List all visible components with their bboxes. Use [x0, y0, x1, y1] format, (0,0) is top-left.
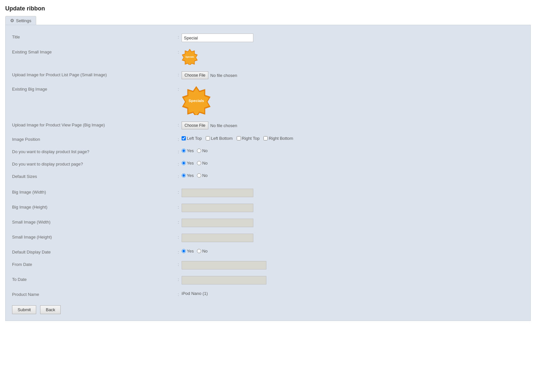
default-sizes-label: Default Sizes [12, 173, 175, 179]
big-image-height-row: Big Image (Height) : [12, 200, 524, 215]
upload-big-image-value: Choose File No file chosen [182, 122, 524, 129]
big-image-height-value [182, 204, 524, 212]
radio-default-sizes-no[interactable] [197, 173, 201, 178]
radio-display-page-no[interactable] [197, 161, 201, 165]
label-right-bottom: Right Bottom [269, 136, 293, 141]
small-image-height-label: Small Image (Height) [12, 234, 175, 240]
radio-default-sizes-yes[interactable] [182, 173, 186, 178]
from-date-input[interactable] [182, 261, 266, 269]
small-image-width-label: Small Image (Width) [12, 219, 175, 225]
to-date-label: To Date [12, 276, 175, 282]
default-sizes-row: Default Sizes : Yes No [12, 170, 524, 182]
to-date-sep: : [175, 276, 182, 282]
existing-small-image-label: Existing Small Image [12, 49, 175, 54]
label-left-bottom: Left Bottom [211, 136, 232, 141]
radio-display-list-no[interactable] [197, 149, 201, 153]
gear-icon: ⚙ [10, 18, 14, 23]
radio-item-display-date-no: No [197, 249, 208, 254]
upload-small-no-file: No file chosen [210, 73, 237, 78]
label-display-page-yes: Yes [187, 161, 194, 166]
submit-button[interactable]: Submit [12, 305, 36, 314]
back-button[interactable]: Back [40, 305, 61, 314]
product-name-row: Product Name : iPod Nano (1) [12, 288, 524, 300]
svg-text:Specials: Specials [188, 98, 204, 103]
upload-small-choose-button[interactable]: Choose File [182, 71, 208, 79]
radio-display-page-yes[interactable] [182, 161, 186, 165]
checkbox-left-top[interactable] [182, 136, 186, 140]
to-date-row: To Date : [12, 273, 524, 288]
to-date-value [182, 276, 524, 284]
radio-item-display-page-no: No [197, 161, 208, 166]
checkbox-item-left-bottom: Left Bottom [206, 136, 232, 141]
small-image-width-row: Small Image (Width) : [12, 215, 524, 230]
image-position-sep: : [175, 136, 182, 142]
existing-big-sep: : [175, 86, 182, 92]
radio-item-default-sizes-yes: Yes [182, 173, 194, 178]
label-display-date-yes: Yes [187, 249, 194, 254]
product-name-text: iPod Nano (1) [182, 291, 208, 296]
label-default-sizes-yes: Yes [187, 173, 194, 178]
radio-group-display-page: Yes No [182, 161, 208, 166]
radio-group-default-sizes: Yes No [182, 173, 208, 178]
title-value-container [182, 34, 524, 42]
title-input[interactable] [182, 34, 253, 42]
small-image-height-input[interactable] [182, 234, 253, 242]
from-date-sep: : [175, 261, 182, 267]
specials-badge-big: Specials [182, 86, 211, 115]
upload-big-image-label: Upload Image for Product View Page (Big … [12, 122, 175, 127]
product-name-value: iPod Nano (1) [182, 291, 524, 296]
existing-small-image-row: Existing Small Image : Specials [12, 45, 524, 68]
radio-item-display-list-no: No [197, 148, 208, 153]
image-position-row: Image Position : Left Top Left Bottom Ri… [12, 133, 524, 145]
radio-display-date-yes[interactable] [182, 249, 186, 253]
from-date-value [182, 261, 524, 269]
small-image-width-sep: : [175, 219, 182, 225]
radio-display-date-no[interactable] [197, 249, 201, 253]
label-display-list-yes: Yes [187, 148, 194, 153]
existing-small-sep: : [175, 49, 182, 54]
checkbox-left-bottom[interactable] [206, 136, 210, 140]
big-image-height-sep: : [175, 204, 182, 210]
upload-big-choose-button[interactable]: Choose File [182, 122, 208, 129]
product-name-sep: : [175, 291, 182, 297]
tab-settings-label: Settings [16, 18, 31, 23]
to-date-input[interactable] [182, 276, 266, 284]
checkbox-right-bottom[interactable] [263, 136, 268, 140]
upload-small-image-row: Upload Image for Product List Page (Smal… [12, 68, 524, 82]
upload-big-no-file: No file chosen [210, 123, 237, 128]
title-sep: : [175, 34, 182, 39]
small-image-height-sep: : [175, 234, 182, 240]
display-product-page-sep: : [175, 161, 182, 167]
small-image-height-value [182, 234, 524, 242]
checkbox-right-top[interactable] [237, 136, 241, 140]
small-image-width-input[interactable] [182, 219, 253, 227]
label-left-top: Left Top [187, 136, 202, 141]
display-product-list-value: Yes No [182, 148, 524, 153]
specials-badge-small: Specials [182, 49, 198, 65]
tab-settings[interactable]: ⚙ Settings [5, 16, 36, 25]
big-image-height-input[interactable] [182, 204, 253, 212]
big-image-width-input[interactable] [182, 189, 253, 197]
upload-small-image-value: Choose File No file chosen [182, 71, 524, 79]
label-default-sizes-no: No [202, 173, 208, 178]
default-display-date-row: Default Display Date : Yes No [12, 245, 524, 258]
settings-panel: Title : Existing Small Image : Specials … [5, 25, 531, 321]
checkbox-item-right-bottom: Right Bottom [263, 136, 293, 141]
small-image-width-value [182, 219, 524, 227]
radio-display-list-yes[interactable] [182, 149, 186, 153]
label-display-page-no: No [202, 161, 208, 166]
big-image-width-row: Big Image (Width) : [12, 185, 524, 200]
product-name-label: Product Name [12, 291, 175, 297]
image-position-value: Left Top Left Bottom Right Top Right Bot… [182, 136, 524, 141]
image-position-label: Image Position [12, 136, 175, 142]
display-product-list-sep: : [175, 148, 182, 154]
existing-big-image-label: Existing Big Image [12, 86, 175, 92]
radio-item-default-sizes-no: No [197, 173, 208, 178]
page-title: Update ribbon [5, 5, 531, 12]
radio-item-display-page-yes: Yes [182, 161, 194, 166]
small-image-height-row: Small Image (Height) : [12, 230, 524, 245]
title-row: Title : [12, 30, 524, 45]
big-image-width-label: Big Image (Width) [12, 189, 175, 195]
upload-small-image-label: Upload Image for Product List Page (Smal… [12, 71, 175, 77]
checkbox-group-positions: Left Top Left Bottom Right Top Right Bot… [182, 136, 296, 141]
